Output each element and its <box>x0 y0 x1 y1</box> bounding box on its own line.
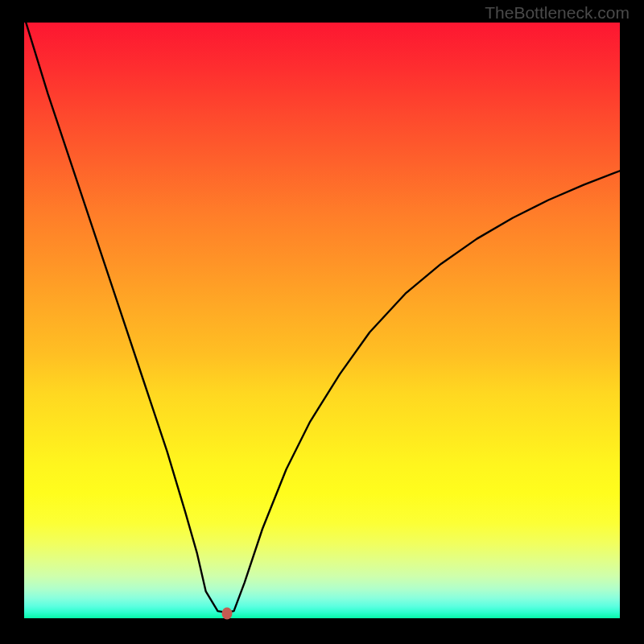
watermark-text: TheBottleneck.com <box>485 3 630 23</box>
curve-path <box>24 23 620 613</box>
curve-svg <box>24 23 620 618</box>
chart-plot-area <box>24 23 620 618</box>
minimum-marker <box>221 608 232 620</box>
